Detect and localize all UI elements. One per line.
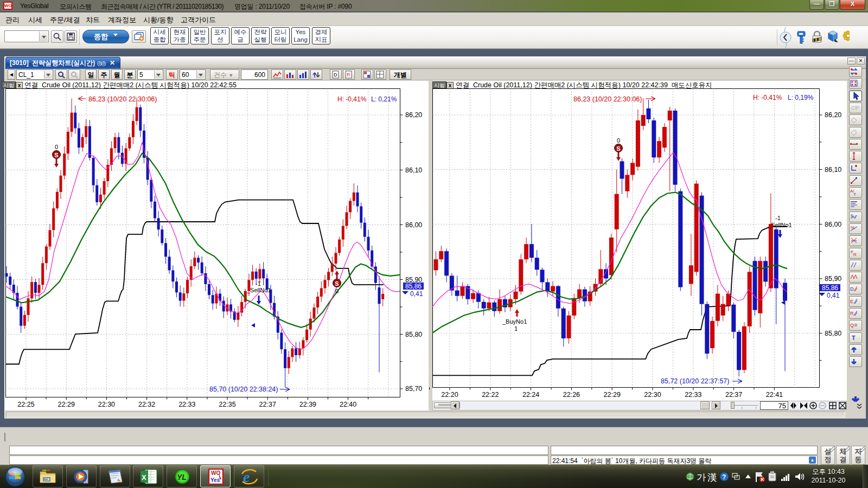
svg-text:86,10: 86,10 xyxy=(405,166,422,174)
svg-text:0: 0 xyxy=(55,144,58,150)
svg-text:22:25: 22:25 xyxy=(17,401,34,408)
svg-text:85,70: 85,70 xyxy=(405,385,422,393)
svg-text:86,10: 86,10 xyxy=(825,166,841,174)
svg-text:85,86: 85,86 xyxy=(822,284,838,292)
svg-text:-1: -1 xyxy=(775,215,781,221)
svg-text:22:24: 22:24 xyxy=(522,391,539,399)
svg-text:85,86: 85,86 xyxy=(405,282,422,290)
svg-text:22:32: 22:32 xyxy=(138,401,155,408)
svg-text:0: 0 xyxy=(335,288,339,294)
svg-text:22:40: 22:40 xyxy=(340,401,356,408)
svg-text:86,20: 86,20 xyxy=(405,111,422,119)
svg-text:22:26: 22:26 xyxy=(563,391,580,399)
svg-text:22:33: 22:33 xyxy=(178,401,195,408)
svg-text:22:35: 22:35 xyxy=(219,401,235,408)
svg-text:86,23 (10/20 22:30:06): 86,23 (10/20 22:30:06) xyxy=(573,95,642,103)
svg-text:85,70 (10/20 22:38:24): 85,70 (10/20 22:38:24) xyxy=(209,386,278,393)
svg-text:_SellNo1: _SellNo1 xyxy=(246,287,271,293)
svg-text:S: S xyxy=(54,152,58,158)
svg-text:0,41: 0,41 xyxy=(827,292,840,299)
svg-text:H: -0,41%: H: -0,41% xyxy=(753,94,782,101)
svg-text:22:30: 22:30 xyxy=(644,391,661,399)
svg-text:22:29: 22:29 xyxy=(604,391,621,399)
svg-text:22:41: 22:41 xyxy=(766,391,783,399)
svg-text:22:30: 22:30 xyxy=(98,401,115,408)
svg-text:0: 0 xyxy=(617,137,620,144)
svg-text:86,00: 86,00 xyxy=(825,221,841,228)
svg-text:22:22: 22:22 xyxy=(482,391,499,399)
svg-text:22:37: 22:37 xyxy=(725,391,742,399)
svg-text:H: -0,41%: H: -0,41% xyxy=(337,95,367,103)
svg-text:S: S xyxy=(616,145,620,152)
svg-text:86,23 (10/20 22:30:06): 86,23 (10/20 22:30:06) xyxy=(88,95,157,103)
svg-text:0,41: 0,41 xyxy=(410,290,423,298)
svg-text:L: 0,19%: L: 0,19% xyxy=(788,94,814,101)
svg-text:86,00: 86,00 xyxy=(405,221,422,229)
svg-text:L: 0,21%: L: 0,21% xyxy=(371,95,397,103)
svg-text:85,80: 85,80 xyxy=(405,331,422,338)
svg-text:85,72 (10/20 22:37:57): 85,72 (10/20 22:37:57) xyxy=(661,377,730,385)
svg-text:22:39: 22:39 xyxy=(299,401,316,408)
svg-text:_SellNo1: _SellNo1 xyxy=(767,222,792,228)
svg-text:22:29: 22:29 xyxy=(58,401,75,408)
svg-text:22:20: 22:20 xyxy=(441,391,458,399)
svg-text:S: S xyxy=(335,280,339,287)
svg-text:85,80: 85,80 xyxy=(825,330,841,337)
svg-text:1: 1 xyxy=(514,325,518,332)
svg-text:22:37: 22:37 xyxy=(259,401,276,408)
svg-text:22:33: 22:33 xyxy=(685,391,701,399)
svg-text:85,90: 85,90 xyxy=(825,275,841,282)
svg-text:86,20: 86,20 xyxy=(825,111,841,119)
svg-text:-1: -1 xyxy=(256,280,261,287)
svg-text:_BuyNo1: _BuyNo1 xyxy=(502,318,527,325)
